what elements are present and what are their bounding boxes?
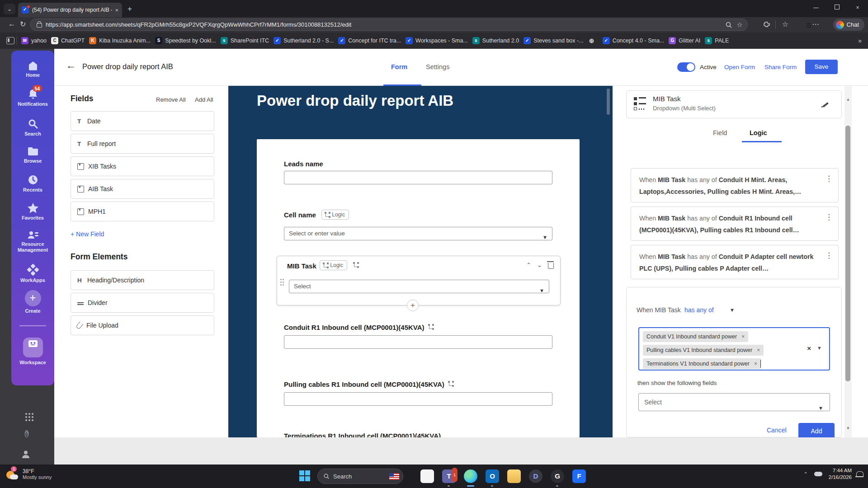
bookmark-globe-icon[interactable]: ⊕ — [588, 37, 598, 44]
bookmark-kiba[interactable]: KKiba Inuzuka Anim... — [89, 37, 151, 44]
field-item-xib-tasks[interactable]: XIB Tasks — [71, 156, 214, 176]
logic-rule-2[interactable]: When MIB Task has any of Conduit R1 Inbo… — [631, 206, 839, 241]
apps-launcher-icon[interactable] — [21, 408, 33, 420]
pulling-input[interactable] — [284, 392, 552, 406]
bookmark-glitter-ai[interactable]: GGlitter AI — [669, 37, 700, 44]
save-button[interactable]: Save — [805, 60, 838, 74]
kebab-menu-icon[interactable]: ⋮ — [825, 211, 833, 223]
favorite-star-icon[interactable]: ☆ — [737, 21, 743, 29]
onedrive-icon[interactable] — [814, 472, 822, 476]
value-chip[interactable]: Pulling cables V1 Inbound standard power… — [643, 345, 764, 356]
sidebar-item-workapps[interactable]: WorkApps — [11, 264, 54, 283]
add-button[interactable]: Add — [798, 423, 835, 439]
new-tab-button[interactable]: + — [127, 5, 132, 14]
favorites-bar-icon[interactable]: ☆ — [782, 20, 788, 28]
sidebar-item-create[interactable]: + Create — [11, 290, 54, 314]
kebab-menu-icon[interactable]: ⋮ — [825, 173, 833, 185]
browser-menu-icon[interactable]: ⋯ — [812, 20, 819, 28]
sidebar-item-recents[interactable]: Recents — [11, 174, 54, 193]
bookmark-pale[interactable]: sPALE — [705, 37, 729, 44]
help-icon[interactable]: ? — [21, 429, 33, 441]
sidebar-item-home[interactable]: Home — [11, 61, 54, 78]
extensions-puzzle-icon[interactable] — [763, 21, 770, 28]
value-chip[interactable]: Conduit V1 Inbound standard power× — [643, 331, 748, 342]
tab-form[interactable]: Form — [391, 63, 407, 70]
tab-close-icon[interactable]: × — [115, 7, 118, 14]
value-chip[interactable]: Terminations V1 Inbound standard power× — [643, 358, 761, 369]
mib-task-select[interactable]: Select ▼ — [289, 280, 549, 293]
element-item-heading[interactable]: H Heading/Description — [71, 270, 214, 290]
kebab-menu-icon[interactable]: ⋮ — [825, 250, 833, 262]
bookmark-speedtest[interactable]: SSpeedtest by Ookl... — [155, 37, 216, 44]
window-minimize-button[interactable]: — — [806, 0, 826, 15]
window-maximize-button[interactable] — [826, 0, 847, 15]
chip-remove-icon[interactable]: × — [741, 333, 745, 340]
sidebar-item-resource-management[interactable]: Resource Management — [11, 230, 54, 253]
scroll-up-icon[interactable]: ▲ — [846, 97, 850, 102]
bookmark-concept-40[interactable]: ✓Concept 4.0 - Sma... — [603, 37, 665, 44]
window-close-button[interactable]: × — [847, 0, 868, 15]
back-icon[interactable]: ← — [8, 20, 15, 28]
fields-to-show-select[interactable]: Select ▼ — [638, 393, 830, 411]
tab-settings[interactable]: Settings — [426, 63, 449, 70]
zoom-page-icon[interactable] — [725, 21, 732, 28]
drag-handle[interactable] — [280, 279, 282, 280]
trash-icon[interactable] — [548, 262, 554, 270]
cell-name-select[interactable]: Select or enter value ▼ — [284, 227, 552, 240]
clear-all-icon[interactable]: × — [807, 344, 811, 352]
chip-remove-icon[interactable]: × — [757, 347, 760, 353]
field-item-mph1[interactable]: MPH1 — [71, 202, 214, 221]
edge-app-icon[interactable] — [464, 469, 477, 483]
refresh-icon[interactable]: ↻ — [20, 20, 26, 28]
sidebar-item-favorites[interactable]: Favorites — [11, 202, 54, 221]
scrollbar-thumb[interactable] — [845, 126, 850, 381]
file-explorer-icon[interactable] — [507, 469, 521, 483]
taskbar-search[interactable]: Search — [317, 469, 403, 484]
move-up-icon[interactable]: ⌃ — [526, 262, 531, 268]
bookmark-yahoo[interactable]: ✉yahoo — [21, 37, 47, 44]
field-item-date[interactable]: T Date — [71, 111, 214, 131]
edit-pencil-icon[interactable] — [821, 100, 829, 107]
widgets-app-icon[interactable] — [420, 469, 434, 483]
side-panel-icon[interactable] — [6, 37, 14, 44]
bookmark-sutherland-20[interactable]: sSutherland 2.0 — [472, 37, 519, 44]
weather-widget[interactable]: 1 38°F Mostly sunny — [5, 467, 52, 481]
teams-app-icon[interactable]: T1 — [442, 469, 456, 483]
element-item-divider[interactable]: Divider — [71, 293, 214, 313]
bookmark-steves-sandbox[interactable]: ✓Steves sand box -... — [524, 37, 583, 44]
chip-remove-icon[interactable]: × — [754, 361, 757, 367]
g-app-icon[interactable]: G — [551, 469, 564, 483]
logic-chip[interactable]: Logic — [321, 210, 349, 220]
notifications-bell-icon[interactable] — [856, 471, 863, 477]
taskbar-clock[interactable]: 7:44 AM 2/16/2026 — [829, 467, 852, 481]
add-field-here-button[interactable]: + — [407, 300, 419, 311]
conduit-input[interactable] — [284, 335, 552, 349]
values-multiselect[interactable]: Conduit V1 Inbound standard power× Pulli… — [638, 327, 830, 371]
logic-rule-3[interactable]: When MIB Task has any of Conduit P Adapt… — [631, 245, 839, 279]
sidebar-item-notifications[interactable]: 54 Notifications — [11, 89, 54, 107]
field-item-aib-task[interactable]: AIB Task — [71, 179, 214, 199]
editor-operator-select[interactable]: has any of — [684, 306, 714, 314]
active-toggle[interactable] — [677, 62, 695, 72]
new-field-button[interactable]: + New Field — [71, 230, 104, 238]
start-button[interactable] — [299, 470, 311, 482]
remove-all-button[interactable]: Remove All — [156, 96, 186, 103]
discord-app-icon[interactable]: D — [529, 469, 542, 483]
tab-logic[interactable]: Logic — [750, 129, 767, 136]
sidebar-item-search[interactable]: Search — [11, 118, 54, 137]
address-bar[interactable]: https://app.smartsheet.com/sheets/qFR2pG… — [30, 19, 748, 31]
bookmark-sharepoint-itc[interactable]: sSharePoint ITC — [221, 37, 269, 44]
f-app-icon[interactable]: F — [572, 469, 586, 483]
selected-field-card[interactable]: MIB Task Logic ⌃ ⌄ Select ▼ — [277, 256, 561, 305]
bookmark-concept-itc[interactable]: ✓Concept for ITC tra... — [338, 37, 401, 44]
tray-chevron-icon[interactable]: ⌃ — [804, 471, 808, 477]
cancel-button[interactable]: Cancel — [767, 427, 787, 434]
element-item-file-upload[interactable]: File Upload — [71, 315, 214, 335]
add-all-button[interactable]: Add All — [195, 96, 213, 103]
bookmark-workspaces[interactable]: ✓Workspaces - Sma... — [406, 37, 468, 44]
bookmarks-overflow-icon[interactable]: » — [858, 37, 862, 44]
open-form-link[interactable]: Open Form — [724, 64, 755, 70]
outlook-app-icon[interactable]: O — [486, 469, 499, 483]
sidebar-item-workspace[interactable]: Workspace — [11, 333, 54, 366]
logic-rule-1[interactable]: When MIB Task has any of Conduit H Mint.… — [631, 168, 839, 202]
